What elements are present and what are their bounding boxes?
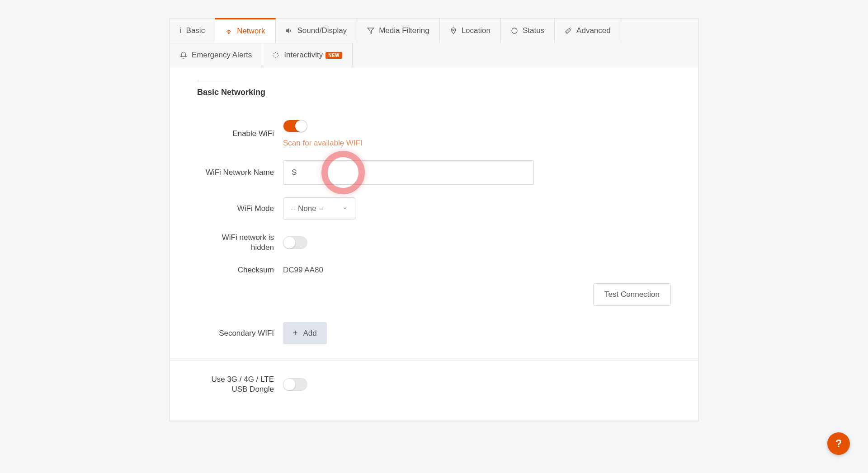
tab-network[interactable]: Network (215, 18, 275, 43)
spinner-icon (272, 52, 279, 59)
section-title: Basic Networking (197, 88, 671, 97)
svg-point-8 (277, 56, 278, 57)
section-divider-line (197, 81, 231, 81)
wifi-hidden-toggle[interactable] (283, 236, 307, 249)
row-test-connection: Test Connection (197, 283, 671, 306)
content-area: Basic Networking Enable WiFi Scan for av… (170, 67, 698, 421)
secondary-wifi-label: Secondary WIFI (197, 328, 283, 338)
tab-advanced[interactable]: Advanced (555, 19, 621, 43)
wifi-mode-value: -- None -- (291, 204, 324, 213)
plus-icon: + (293, 328, 298, 338)
row-enable-wifi: Enable WiFi Scan for available WIFI (197, 120, 671, 148)
tab-status[interactable]: Status (501, 19, 555, 43)
tab-label: Interactivity (284, 51, 323, 60)
tab-emergency-alerts[interactable]: Emergency Alerts (170, 43, 262, 67)
tabs-row-1: i Basic Network Sound/Display Media Filt… (170, 19, 698, 67)
info-icon: i (180, 27, 182, 35)
scan-wifi-link[interactable]: Scan for available WIFI (283, 139, 363, 148)
tab-media-filtering[interactable]: Media Filtering (357, 19, 440, 43)
tab-label: Status (523, 26, 544, 35)
checksum-label: Checksum (197, 265, 283, 275)
svg-point-5 (275, 52, 276, 53)
row-wifi-hidden: WiFi network is hidden (197, 233, 671, 253)
row-wifi-network-name: WiFi Network Name (197, 160, 671, 185)
tab-interactivity[interactable]: Interactivity NEW (262, 43, 353, 67)
location-icon (450, 27, 457, 34)
row-checksum: Checksum DC99 AA80 (197, 265, 671, 275)
svg-point-4 (512, 28, 517, 33)
wifi-hidden-label: WiFi network is hidden (197, 233, 283, 253)
new-badge: NEW (326, 52, 342, 59)
sound-icon (286, 27, 293, 34)
svg-point-10 (274, 56, 274, 57)
tab-label: Advanced (576, 26, 611, 35)
svg-marker-2 (368, 28, 373, 33)
wifi-icon (225, 28, 232, 35)
svg-point-0 (228, 33, 229, 34)
tab-location[interactable]: Location (440, 19, 501, 43)
row-wifi-mode: WiFi Mode -- None -- (197, 197, 671, 220)
svg-point-6 (277, 53, 278, 54)
row-secondary-wifi: Secondary WIFI + Add (197, 322, 671, 344)
wand-icon (565, 27, 572, 34)
tab-sound-display[interactable]: Sound/Display (276, 19, 358, 43)
wifi-network-name-input[interactable] (283, 160, 534, 185)
tab-label: Emergency Alerts (192, 51, 252, 60)
svg-marker-1 (286, 28, 289, 33)
checksum-value: DC99 AA80 (283, 266, 323, 275)
tab-label: Media Filtering (379, 26, 429, 35)
use-dongle-label: Use 3G / 4G / LTE USB Dongle (197, 375, 283, 394)
svg-point-3 (453, 29, 454, 30)
filter-icon (367, 27, 374, 34)
svg-point-12 (274, 53, 274, 54)
wifi-network-name-label: WiFi Network Name (197, 168, 283, 178)
add-secondary-wifi-button[interactable]: + Add (283, 322, 327, 344)
tab-basic[interactable]: i Basic (170, 19, 215, 43)
tab-label: Location (462, 26, 491, 35)
bell-icon (180, 52, 187, 59)
svg-point-11 (273, 55, 274, 56)
section-divider (170, 361, 698, 361)
settings-panel: i Basic Network Sound/Display Media Filt… (170, 18, 698, 422)
enable-wifi-toggle[interactable] (283, 120, 307, 132)
tab-label: Basic (186, 26, 205, 35)
status-icon (511, 27, 518, 34)
chevron-down-icon (342, 206, 348, 212)
enable-wifi-label: Enable WiFi (197, 129, 283, 139)
svg-point-9 (275, 57, 276, 58)
wifi-mode-select[interactable]: -- None -- (283, 197, 355, 220)
add-button-label: Add (303, 329, 317, 338)
use-dongle-toggle[interactable] (283, 378, 307, 391)
tab-label: Sound/Display (297, 26, 347, 35)
row-use-dongle: Use 3G / 4G / LTE USB Dongle (197, 375, 671, 394)
test-connection-button[interactable]: Test Connection (593, 283, 671, 306)
tab-label: Network (237, 27, 265, 36)
svg-point-7 (278, 55, 279, 56)
wifi-mode-label: WiFi Mode (197, 204, 283, 214)
